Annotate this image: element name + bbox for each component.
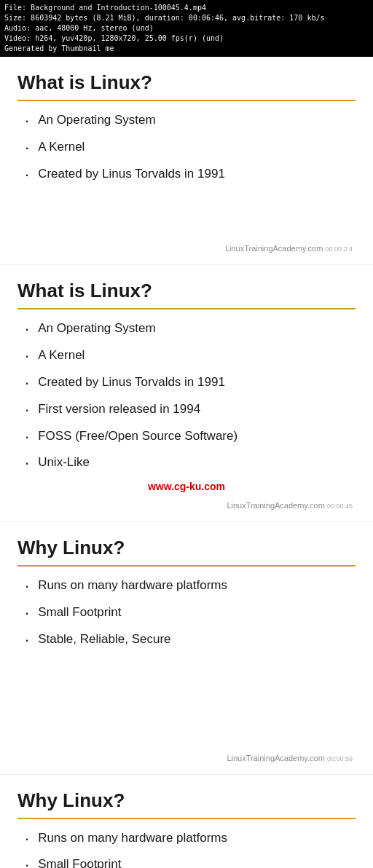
list-item: A Kernel	[25, 347, 356, 368]
spacer	[17, 701, 356, 745]
slide-3: Why Linux? Runs on many hardware platfor…	[0, 522, 373, 774]
list-item: FOSS (Free/Open Source Software)	[25, 427, 356, 449]
slide-2-watermark: LinuxTrainingAcademy.com 00:00:45	[17, 501, 356, 510]
slide-1-title: What is Linux?	[17, 71, 356, 101]
slide-3-watermark: LinuxTrainingAcademy.com 00:00:59	[17, 754, 356, 762]
slide-4-bullets: Runs on many hardware platforms Small Fo…	[17, 829, 356, 868]
list-item: An Operating System	[25, 111, 356, 133]
list-item: A Kernel	[25, 138, 356, 159]
slide-1-bullets: An Operating System A Kernel Created by …	[17, 111, 356, 186]
list-item: Small Footprint	[25, 856, 356, 868]
slide-2-overlay: www.cg-ku.com	[17, 481, 356, 492]
slide-1: What is Linux? An Operating System A Ker…	[0, 57, 373, 265]
list-item: First version released in 1994	[25, 401, 356, 422]
list-item: Small Footprint	[25, 604, 356, 625]
slide-3-bullets: Runs on many hardware platforms Small Fo…	[17, 577, 356, 651]
list-item: Created by Linus Torvalds in 1991	[25, 165, 356, 186]
file-info-line5: Generated by Thumbnail me	[4, 44, 369, 54]
list-item: Unix-Like	[25, 454, 356, 475]
file-info-line2: Size: 8603942 bytes (8.21 MiB), duration…	[4, 13, 369, 23]
list-item: Created by Linus Torvalds in 1991	[25, 374, 356, 395]
slide-2-bullets: An Operating System A Kernel Created by …	[17, 320, 356, 475]
spacer	[17, 192, 356, 235]
file-info-line4: Video: h264, yuv420p, 1280x720, 25.00 fp…	[4, 33, 369, 44]
spacer	[17, 658, 356, 701]
slide-1-watermark: LinuxTrainingAcademy.com 00:00:2:4	[17, 244, 356, 253]
slide-4-title: Why Linux?	[17, 789, 356, 819]
file-info-bar: File: Background and Introduction-100045…	[0, 0, 373, 57]
slide-2-title: What is Linux?	[17, 280, 356, 309]
slide-2: What is Linux? An Operating System A Ker…	[0, 265, 373, 522]
list-item: Stable, Reliable, Secure	[25, 631, 356, 652]
slide-3-title: Why Linux?	[17, 537, 356, 567]
slide-4: Why Linux? Runs on many hardware platfor…	[0, 775, 373, 868]
list-item: An Operating System	[25, 320, 356, 341]
list-item: Runs on many hardware platforms	[25, 577, 356, 598]
file-info-line3: Audio: aac, 48000 Hz, stereo (und)	[4, 23, 369, 33]
list-item: Runs on many hardware platforms	[25, 829, 356, 851]
file-info-line1: File: Background and Introduction-100045…	[4, 3, 369, 13]
